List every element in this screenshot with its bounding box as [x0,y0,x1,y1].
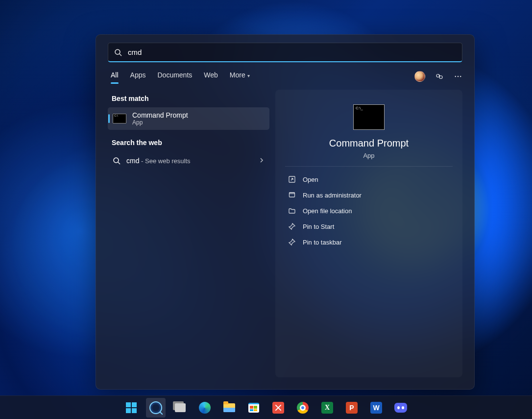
search-box[interactable] [108,43,462,62]
search-icon [113,157,121,165]
chevron-down-icon: ▾ [247,73,250,78]
taskbar: X P W [0,395,532,419]
svg-point-4 [455,76,456,77]
action-label: Pin to Start [303,223,334,230]
action-pin-taskbar[interactable]: Pin to taskbar [285,234,453,250]
taskbar-powerpoint[interactable]: P [342,398,362,418]
details-title: Command Prompt [329,138,409,149]
tab-apps[interactable]: Apps [130,71,146,82]
taskbar-discord[interactable] [391,398,411,418]
svg-point-7 [114,158,119,163]
search-icon [114,49,122,56]
start-icon [126,402,137,413]
svg-line-8 [118,162,120,164]
pin-icon [288,238,296,246]
svg-point-0 [115,49,120,54]
details-subtitle: App [363,152,374,159]
action-pin-start[interactable]: Pin to Start [285,219,453,234]
command-prompt-icon [113,114,126,123]
action-run-admin[interactable]: Run as administrator [285,187,453,203]
search-icon [149,401,162,414]
taskbar-file-explorer[interactable] [219,398,239,418]
close-x-icon [272,402,284,414]
folder-icon [223,403,235,412]
result-subtitle: App [132,119,188,126]
taskbar-app-red[interactable] [268,398,288,418]
pin-icon [288,222,296,230]
more-options-icon[interactable] [454,72,462,81]
taskbar-task-view[interactable] [170,398,190,418]
best-match-heading: Best match [112,95,266,102]
word-icon: W [370,402,382,414]
svg-line-1 [120,54,121,56]
tab-documents[interactable]: Documents [157,71,192,82]
powerpoint-icon: P [346,402,358,414]
taskbar-edge[interactable] [195,398,215,418]
search-web-heading: Search the web [112,139,266,147]
svg-point-6 [460,76,461,77]
action-label: Pin to taskbar [303,239,342,246]
taskbar-chrome[interactable] [293,398,313,418]
details-pane: Command Prompt App Open Run as administr… [275,90,462,377]
task-view-icon [175,403,186,412]
action-open[interactable]: Open [285,172,453,187]
search-input[interactable] [122,48,456,56]
excel-icon: X [321,402,333,414]
result-title: Command Prompt [132,111,188,119]
filter-row: All Apps Documents Web More▾ [96,62,474,87]
svg-rect-11 [290,193,294,194]
chevron-right-icon [259,156,265,165]
taskbar-start[interactable] [121,398,141,418]
tab-more[interactable]: More▾ [230,71,250,82]
tab-web[interactable]: Web [204,71,218,82]
store-icon [248,403,259,413]
discord-icon [394,403,407,413]
result-command-prompt[interactable]: Command Prompt App [108,107,269,130]
rewards-icon[interactable] [435,72,444,81]
web-result-cmd[interactable]: cmd - See web results [108,151,269,170]
tab-all[interactable]: All [111,71,119,82]
action-open-location[interactable]: Open file location [285,203,453,219]
open-icon [288,175,296,183]
web-result-sep: - [139,157,145,165]
action-label: Run as administrator [303,192,362,199]
shield-icon [288,191,296,199]
search-flyout: All Apps Documents Web More▾ Best match [96,34,475,390]
taskbar-excel[interactable]: X [317,398,337,418]
svg-point-5 [458,76,459,77]
edge-icon [199,402,211,414]
user-avatar[interactable] [414,71,425,82]
action-label: Open file location [303,207,352,215]
command-prompt-icon [353,104,385,130]
taskbar-word[interactable]: W [366,398,386,418]
web-result-hint: See web results [145,157,191,165]
taskbar-microsoft-store[interactable] [244,398,264,418]
taskbar-search[interactable] [146,398,166,418]
folder-icon [288,207,296,215]
web-result-term: cmd [126,157,139,165]
chrome-icon [297,402,309,414]
action-label: Open [303,176,318,183]
tab-more-label: More [230,71,245,79]
